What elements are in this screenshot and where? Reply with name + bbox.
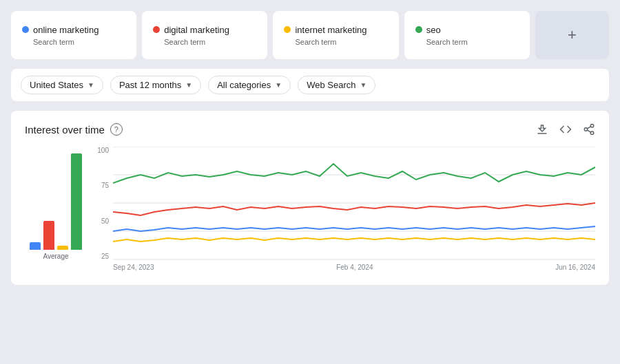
term-text: internet marketing [295, 25, 366, 35]
filter-label: All categories [217, 80, 271, 90]
search-term-card-0[interactable]: online marketing Search term [11, 11, 136, 59]
avg-bar [71, 153, 82, 250]
svg-line-5 [587, 127, 590, 129]
search-term-card-2[interactable]: internet marketing Search term [273, 11, 398, 59]
term-text: online marketing [33, 25, 99, 35]
chart-area [113, 147, 595, 260]
x-axis-label: Jun 16, 2024 [555, 264, 595, 271]
share-button[interactable] [583, 123, 595, 136]
plus-icon: + [568, 26, 577, 44]
chevron-down-icon: ▼ [87, 81, 94, 89]
avg-section: Average [25, 147, 87, 274]
chart-title-text: Interest over time [25, 124, 105, 136]
filter-label: Web Search [307, 80, 355, 90]
avg-bars [30, 153, 82, 250]
help-icon[interactable]: ? [110, 123, 123, 136]
x-axis-label: Feb 4, 2024 [336, 264, 373, 271]
filter-label: United States [30, 80, 83, 90]
term-dot [22, 26, 29, 33]
term-type: Search term [33, 38, 125, 46]
download-button[interactable] [536, 123, 548, 136]
filter-country[interactable]: United States ▼ [21, 76, 103, 94]
term-text: digital marketing [164, 25, 229, 35]
chart-title: Interest over time ? [25, 123, 123, 136]
search-term-card-3[interactable]: seo Search term [404, 11, 530, 59]
filter-category[interactable]: All categories ▼ [208, 76, 291, 94]
avg-label: Average [43, 253, 68, 260]
x-axis-label: Sep 24, 2023 [113, 264, 154, 271]
line-chart-container: 100755025 [87, 147, 595, 274]
filter-search-type[interactable]: Web Search ▼ [298, 76, 375, 94]
filter-time[interactable]: Past 12 months ▼ [110, 76, 201, 94]
term-label: seo [415, 25, 519, 35]
line-chart-svg [113, 147, 595, 260]
chart-actions [536, 123, 595, 136]
embed-button[interactable] [559, 123, 572, 136]
filters-row: United States ▼ Past 12 months ▼ All cat… [11, 69, 609, 101]
filter-label: Past 12 months [119, 80, 181, 90]
chart-section: Interest over time ? [11, 111, 609, 285]
chevron-down-icon: ▼ [275, 81, 282, 89]
avg-bar [30, 242, 41, 250]
avg-bar [43, 221, 54, 250]
y-axis-label: 50 [101, 217, 109, 225]
x-axis: Sep 24, 2023Feb 4, 2024Jun 16, 2024 [113, 260, 595, 274]
term-dot [284, 26, 291, 33]
svg-line-4 [587, 130, 590, 132]
term-dot [415, 26, 422, 33]
term-text: seo [426, 25, 441, 35]
term-label: online marketing [22, 25, 125, 35]
term-type: Search term [295, 38, 387, 46]
y-axis-label: 25 [101, 253, 109, 260]
chevron-down-icon: ▼ [360, 81, 366, 89]
y-axis: 100755025 [87, 147, 113, 260]
term-label: digital marketing [153, 25, 256, 35]
chart-header: Interest over time ? [25, 123, 595, 136]
chevron-down-icon: ▼ [185, 81, 192, 89]
term-dot [153, 26, 160, 33]
avg-bar [57, 246, 68, 250]
term-type: Search term [164, 38, 256, 46]
search-terms-row: online marketing Search term digital mar… [11, 11, 609, 59]
add-term-card[interactable]: + [535, 11, 609, 59]
y-axis-label: 100 [97, 147, 109, 154]
chart-body: Average 100755025 [25, 147, 595, 274]
term-type: Search term [426, 38, 519, 46]
term-label: internet marketing [284, 25, 387, 35]
search-term-card-1[interactable]: digital marketing Search term [142, 11, 267, 59]
y-axis-label: 75 [101, 182, 109, 189]
